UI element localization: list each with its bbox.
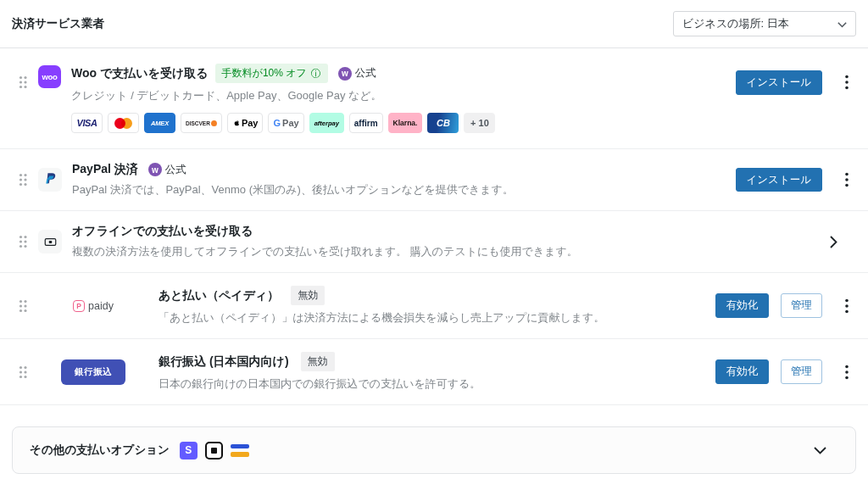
kebab-menu-icon[interactable] (839, 364, 854, 381)
manage-button[interactable]: 管理 (781, 359, 822, 384)
stripe-icon: S (180, 442, 198, 460)
woo-official-icon: w (148, 163, 162, 176)
provider-title: Woo で支払いを受け取る (71, 66, 209, 81)
provider-description: 日本の銀行向けの日本国内での銀行振込での支払いを許可する。 (159, 376, 481, 392)
chevron-down-icon (837, 18, 847, 31)
klarna-icon: Klarna. (388, 113, 423, 133)
paypal-logo (38, 168, 62, 192)
amex-icon: AMEX (144, 113, 175, 133)
google-pay-icon: G Pay (268, 113, 303, 133)
promo-badge-label: 手数料が10% オフ (222, 66, 307, 81)
kebab-menu-icon[interactable] (839, 74, 854, 91)
paidy-mark-icon: P (73, 300, 85, 312)
drag-handle-icon[interactable] (19, 235, 27, 248)
provider-title: あと払い（ペイディ） (159, 288, 279, 304)
official-badge: w 公式 (338, 66, 376, 81)
provider-row-bank-transfer: 銀行振込 銀行振込 (日本国内向け) 無効 日本の銀行向けの日本国内での銀行振込… (0, 339, 868, 405)
more-payment-methods-badge: + 10 (464, 113, 495, 133)
drag-handle-icon[interactable] (19, 299, 27, 313)
official-badge: w 公式 (148, 163, 186, 177)
provider-description: PayPal 決済では、PayPal、Venmo (米国のみ)、後払いオプション… (72, 182, 514, 198)
woo-logo: woo (38, 65, 61, 88)
chevron-right-icon[interactable] (830, 236, 856, 248)
page-title: 決済サービス業者 (12, 16, 104, 31)
bank-transfer-logo: 銀行振込 (38, 359, 148, 385)
status-badge: 無効 (301, 352, 335, 371)
promo-badge: 手数料が10% オフ ⓘ (215, 64, 328, 83)
square-icon (205, 442, 223, 460)
provider-description: 複数の決済方法を使用してオフラインでの支払いを受け取れます。 購入のテストにも使… (72, 244, 578, 259)
chevron-down-icon[interactable] (814, 447, 826, 454)
install-button[interactable]: インストール (736, 70, 822, 95)
drag-handle-icon[interactable] (19, 75, 27, 89)
drag-handle-icon[interactable] (19, 365, 27, 379)
drag-handle-icon[interactable] (19, 173, 27, 187)
afterpay-icon: afterpay (309, 113, 344, 133)
apple-pay-icon: Pay (227, 113, 264, 133)
provider-row-offline[interactable]: オフラインでの支払いを受け取る 複数の決済方法を使用してオフラインでの支払いを受… (0, 211, 868, 273)
woo-official-icon: w (338, 67, 352, 81)
official-badge-label: 公式 (355, 66, 376, 81)
provider-row-paypal: PayPal 決済 w 公式 PayPal 決済では、PayPal、Venmo … (0, 149, 868, 211)
other-payment-options-label: その他の支払いオプション (30, 443, 170, 458)
discover-icon: DISCVER (181, 113, 222, 133)
mastercard-icon (108, 113, 139, 133)
paidy-logo: P paidy (38, 300, 148, 312)
other-payment-icons: S (180, 442, 249, 460)
kebab-menu-icon[interactable] (839, 298, 854, 315)
provider-title: PayPal 決済 (72, 162, 138, 177)
manage-button[interactable]: 管理 (781, 293, 822, 318)
provider-title: オフラインでの支払いを受け取る (72, 224, 253, 239)
provider-row-woopayments: woo Woo で支払いを受け取る 手数料が10% オフ ⓘ w 公式 クレジッ… (0, 48, 868, 149)
bars-flag-icon (231, 444, 249, 457)
cb-icon: CB (427, 113, 459, 133)
status-badge: 無効 (291, 286, 325, 305)
affirm-icon: affirm (349, 113, 383, 133)
payment-methods-row: VISA AMEX DISCVER Pay G Pay afterpay aff… (71, 113, 495, 133)
provider-description: クレジット / デビットカード、Apple Pay、Google Pay など。 (71, 88, 495, 103)
info-icon[interactable]: ⓘ (311, 69, 321, 79)
business-location-select[interactable]: ビジネスの場所: 日本 (673, 11, 856, 36)
provider-row-paidy: P paidy あと払い（ペイディ） 無効 「あと払い（ペイディ）」は決済方法に… (0, 273, 868, 339)
provider-title: 銀行振込 (日本国内向け) (159, 354, 289, 370)
visa-icon: VISA (71, 113, 103, 133)
official-badge-label: 公式 (165, 163, 186, 177)
install-button[interactable]: インストール (736, 168, 822, 192)
business-location-value: ビジネスの場所: 日本 (682, 16, 789, 31)
other-payment-options-panel[interactable]: その他の支払いオプション S (12, 426, 856, 474)
provider-description: 「あと払い（ペイディ）」は決済方法による機会損失を減らし売上アップに貢献します。 (159, 310, 604, 326)
kebab-menu-icon[interactable] (839, 171, 854, 188)
page-header: 決済サービス業者 ビジネスの場所: 日本 (0, 0, 868, 48)
enable-button[interactable]: 有効化 (715, 359, 770, 384)
enable-button[interactable]: 有効化 (715, 293, 770, 318)
cash-icon (38, 230, 62, 253)
